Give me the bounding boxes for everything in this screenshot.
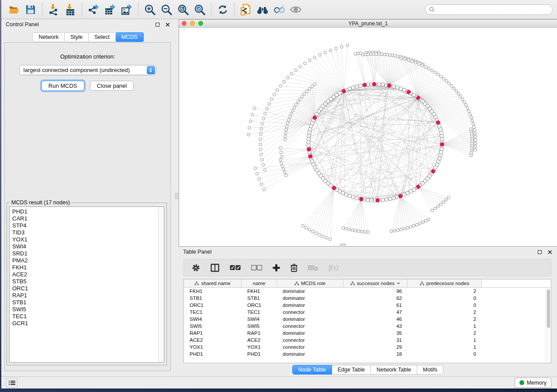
mcds-result-item[interactable]: STP4 xyxy=(12,222,158,229)
zoom-fit-button[interactable] xyxy=(175,2,191,17)
select-stepper-icon xyxy=(147,66,155,74)
cell-mcds_role: connector xyxy=(277,337,343,343)
search-input[interactable] xyxy=(437,7,549,13)
mcds-result-item[interactable]: SWI5 xyxy=(12,306,158,313)
float-panel-icon[interactable] xyxy=(538,250,542,254)
hide-graphics-details-button[interactable] xyxy=(271,2,287,17)
open-file-button[interactable] xyxy=(6,2,22,17)
cell-successor_nodes: 43 xyxy=(343,323,408,329)
column-header-predecessor-nodes[interactable]: predecessor nodes xyxy=(408,279,482,287)
cell-mcds_role: dominator xyxy=(277,316,343,322)
table-row[interactable]: SWI4SWI4dominator462 xyxy=(184,316,551,323)
table-scrollbar[interactable] xyxy=(546,288,550,362)
mcds-result-item[interactable]: SRD1 xyxy=(12,250,158,257)
column-header-MCDS-role[interactable]: MCDS role xyxy=(277,279,343,287)
scrollbar-thumb[interactable] xyxy=(547,289,550,328)
mcds-result-item[interactable]: STB5 xyxy=(12,278,158,285)
network-window-titlebar: YPA_prune.txt_1 xyxy=(179,20,557,28)
import-network-button[interactable] xyxy=(45,2,62,17)
mcds-result-item[interactable]: ACE2 xyxy=(12,271,158,278)
import-table-button[interactable] xyxy=(62,2,79,17)
table-row[interactable]: RAP1RAP1dominator352 xyxy=(184,330,551,337)
cell-mcds_role: dominator xyxy=(277,289,343,294)
cell-predecessor_nodes: 0 xyxy=(408,296,482,301)
share-network-document-button[interactable] xyxy=(238,2,254,17)
close-panel-button[interactable]: Close panel xyxy=(90,81,134,91)
function-builder-icon[interactable]: f(x) xyxy=(329,264,338,272)
toolbar-separator xyxy=(234,3,235,16)
table-settings-gear-icon[interactable] xyxy=(192,264,200,272)
deselect-all-columns-icon[interactable] xyxy=(251,265,262,271)
table-row[interactable]: ACE2ACE2connector311 xyxy=(184,337,551,344)
tab-mcds[interactable]: MCDS xyxy=(116,32,144,42)
search-binoculars-button[interactable] xyxy=(254,2,271,17)
network-view[interactable] xyxy=(179,28,557,246)
mcds-result-item[interactable]: PMA2 xyxy=(12,257,158,264)
mcds-result-item[interactable]: CAR1 xyxy=(12,215,158,222)
mcds-result-item[interactable]: TEC1 xyxy=(12,313,158,320)
export-network-button[interactable] xyxy=(85,2,102,17)
mcds-list-scrollbar[interactable] xyxy=(158,207,164,362)
table-row[interactable]: SWI5SWI5connector431 xyxy=(184,323,551,330)
cell-successor_nodes: 29 xyxy=(343,344,408,350)
column-header-shared-name[interactable]: shared name xyxy=(184,279,242,287)
tab-network-table[interactable]: Network Table xyxy=(371,365,417,375)
close-panel-icon[interactable]: ✕ xyxy=(165,21,170,28)
tab-edge-table[interactable]: Edge Table xyxy=(332,365,371,375)
node-table: shared namenameMCDS rolesuccessor nodesp… xyxy=(183,279,551,363)
create-column-plus-icon[interactable] xyxy=(273,264,280,272)
cell-shared_name: YOX1 xyxy=(184,344,242,350)
cell-mcds_role: dominator xyxy=(277,330,343,336)
select-all-columns-icon[interactable] xyxy=(230,265,241,271)
mcds-result-item[interactable]: ORC1 xyxy=(12,285,158,292)
mcds-result-item[interactable]: SWI4 xyxy=(12,243,158,250)
mcds-result-item[interactable]: FKH1 xyxy=(12,264,158,271)
maximize-traffic-light[interactable] xyxy=(198,21,203,26)
table-row[interactable]: TEC1TEC1connector472 xyxy=(184,309,551,316)
zoom-out-button[interactable] xyxy=(158,2,175,17)
refresh-layout-button[interactable] xyxy=(214,2,231,17)
cell-shared_name: ACE2 xyxy=(184,337,242,343)
delete-table-icon[interactable] xyxy=(308,265,318,271)
splitter-handle[interactable] xyxy=(175,193,178,199)
mcds-result-list[interactable]: PHD1CAR1STP4TID3YOX1SWI4SRD1PMA2FKH1ACE2… xyxy=(9,206,164,363)
mcds-result-item[interactable]: GCR1 xyxy=(12,320,158,327)
tab-select[interactable]: Select xyxy=(89,32,116,42)
task-history-button[interactable] xyxy=(6,378,17,388)
memory-button[interactable]: Memory xyxy=(515,378,551,388)
run-mcds-button[interactable]: Run MCDS xyxy=(42,81,84,91)
show-hide-view-button[interactable] xyxy=(287,2,304,17)
mcds-result-item[interactable]: YOX1 xyxy=(12,236,158,243)
tab-style[interactable]: Style xyxy=(65,32,89,42)
horizontal-splitter-handle[interactable] xyxy=(340,244,346,247)
mcds-result-item[interactable]: TID3 xyxy=(12,229,158,236)
table-row[interactable]: ORC1ORC1dominator610 xyxy=(184,302,551,309)
table-row[interactable]: YOX1YOX1connector291 xyxy=(184,344,551,351)
table-row[interactable]: STB1STB1dominator620 xyxy=(184,295,551,302)
zoom-in-button[interactable] xyxy=(142,2,158,17)
export-image-button[interactable] xyxy=(118,2,135,17)
mcds-result-item[interactable]: RAP1 xyxy=(12,292,158,299)
tab-motifs[interactable]: Motifs xyxy=(417,365,443,375)
delete-column-trash-icon[interactable] xyxy=(291,264,298,272)
column-header-name[interactable]: name xyxy=(242,279,277,287)
cell-mcds_role: connector xyxy=(277,309,343,315)
close-traffic-light[interactable] xyxy=(182,21,187,26)
search-box xyxy=(425,4,553,15)
table-row[interactable]: FKH1FKH1dominator962 xyxy=(184,288,551,295)
zoom-selected-button[interactable] xyxy=(191,2,208,17)
close-panel-icon[interactable]: ✕ xyxy=(547,249,553,255)
mcds-result-item[interactable]: PHD1 xyxy=(12,208,158,215)
float-panel-icon[interactable] xyxy=(156,23,159,27)
export-table-button[interactable] xyxy=(102,2,118,17)
mcds-result-item[interactable]: STB1 xyxy=(12,299,158,306)
tab-node-table[interactable]: Node Table xyxy=(292,365,332,375)
save-session-button[interactable] xyxy=(22,2,39,17)
tab-network[interactable]: Network xyxy=(32,32,65,42)
table-row[interactable]: PHD1PHD1dominator180 xyxy=(184,351,551,358)
vertical-splitter[interactable] xyxy=(175,19,179,376)
optimization-criterion-select[interactable]: largest connected component (undirected) xyxy=(19,65,156,75)
show-column-panel-icon[interactable] xyxy=(211,264,219,272)
column-header-successor-nodes[interactable]: successor nodes xyxy=(343,279,408,287)
minimize-traffic-light[interactable] xyxy=(190,21,195,26)
